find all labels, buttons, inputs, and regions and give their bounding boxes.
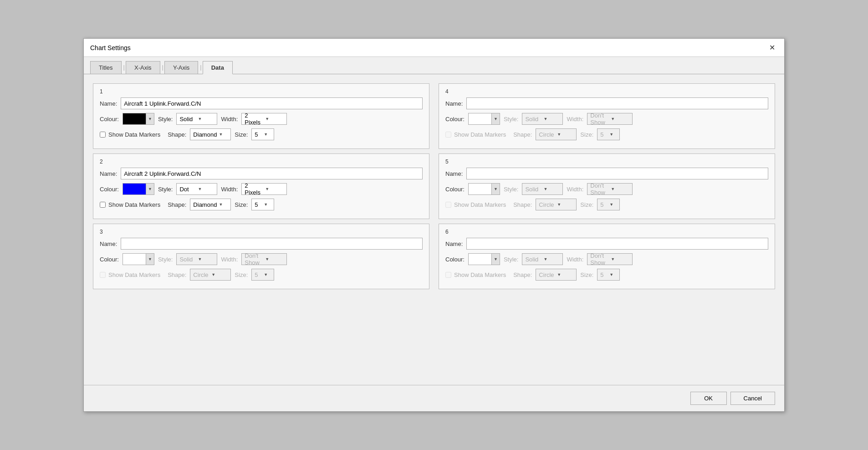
series-1-colour-label: Colour: [100,116,119,123]
series-6-colour-swatch [469,254,491,265]
series-5-style-select: Solid ▼ [522,183,563,195]
series-4-style-value: Solid [525,116,541,123]
tab-sep-2: | [161,64,164,71]
series-1-width-select[interactable]: 2 Pixels ▼ [241,113,287,125]
series-1-size-value: 5 [255,131,262,138]
series-1-size-arrow: ▼ [264,132,271,137]
cancel-button[interactable]: Cancel [730,392,775,405]
series-4-shape-value: Circle [539,131,555,138]
right-column: 4 Name: Colour: ▼ Style: Solid [439,83,775,376]
series-2-style-arrow: ▼ [198,187,214,191]
tab-data[interactable]: Data [203,61,233,74]
series-5-name-row: Name: [445,168,768,179]
series-1-markers-row: Show Data Markers Shape: Diamond ▼ Size:… [100,128,423,140]
series-4-name-row: Name: [445,97,768,109]
series-2-style-select[interactable]: Dot ▼ [176,183,217,195]
series-2-colour-swatch [123,184,146,194]
series-2-shape-label: Shape: [168,201,186,208]
series-4-num: 4 [445,88,768,95]
series-3-style-label: Style: [158,256,173,263]
series-2-width-value: 2 Pixels [245,182,263,196]
tab-titles[interactable]: Titles [90,61,122,74]
series-1-style-select[interactable]: Solid ▼ [176,113,217,125]
series-6-colour-picker[interactable]: ▼ [468,253,500,265]
chart-settings-window: Chart Settings ✕ Titles | X-Axis | Y-Axi… [83,38,785,412]
series-3-colour-picker[interactable]: ▼ [123,253,154,265]
series-4-size-select: 5 ▼ [597,128,620,140]
series-4-colour-arrow: ▼ [491,113,500,124]
series-3-num: 3 [100,229,423,235]
series-6-style-arrow: ▼ [543,257,560,261]
series-1-style-value: Solid [179,116,196,123]
series-5-colour-arrow: ▼ [491,184,500,194]
series-2-width-arrow: ▼ [265,187,284,191]
series-5-size-select: 5 ▼ [597,199,620,210]
window-title: Chart Settings [90,44,131,51]
series-1-width-value: 2 Pixels [245,112,263,126]
series-3-name-label: Name: [100,240,117,247]
series-1-name-input[interactable] [121,97,423,109]
series-5-shape-select: Circle ▼ [536,199,577,210]
series-1-width-label: Width: [221,116,238,123]
series-6-name-row: Name: [445,238,768,250]
series-2-colour-arrow: ▼ [146,184,154,194]
series-2-colour-picker[interactable]: ▼ [123,183,154,195]
series-4-markers-check: Show Data Markers [445,131,506,138]
series-6-markers-checkbox [445,272,451,278]
series-1-style-label: Style: [158,116,173,123]
series-1-shape-select[interactable]: Diamond ▼ [190,128,231,140]
series-6-name-input[interactable] [466,238,768,250]
series-4-shape-select: Circle ▼ [536,128,577,140]
series-2-size-value: 5 [255,201,262,208]
series-4-colour-row: Colour: ▼ Style: Solid ▼ Width: Don't Sh [445,113,768,125]
series-5-markers-label: Show Data Markers [454,201,506,208]
series-3-style-value: Solid [179,256,196,263]
series-3-width-label: Width: [221,256,238,263]
series-3-style-select: Solid ▼ [176,253,217,265]
series-1-style-arrow: ▼ [198,117,214,121]
series-3-size-arrow: ▼ [264,272,271,277]
series-5-markers-row: Show Data Markers Shape: Circle ▼ Size: … [445,199,768,210]
series-2-size-select[interactable]: 5 ▼ [251,199,274,210]
series-1-num: 1 [100,88,423,95]
series-3-name-row: Name: [100,238,423,250]
series-4-shape-arrow: ▼ [557,132,573,137]
series-5-num: 5 [445,159,768,165]
series-4-width-value: Don't Show [590,112,609,126]
series-6-markers-row: Show Data Markers Shape: Circle ▼ Size: … [445,269,768,281]
series-1-size-select[interactable]: 5 ▼ [251,128,274,140]
series-4-colour-picker[interactable]: ▼ [468,113,500,125]
series-3-markers-checkbox [100,272,106,278]
series-5-name-input[interactable] [466,168,768,179]
tab-yaxis[interactable]: Y-Axis [164,61,198,74]
series-4-name-input[interactable] [466,97,768,109]
series-3-markers-check: Show Data Markers [100,271,160,278]
series-5-width-label: Width: [567,186,583,193]
series-3-width-arrow: ▼ [265,257,284,261]
series-4-width-select: Don't Show ▼ [587,113,633,125]
series-5-colour-picker[interactable]: ▼ [468,183,500,195]
series-3-name-input[interactable] [121,238,423,250]
series-6-width-label: Width: [567,256,583,263]
close-button[interactable]: ✕ [766,42,778,53]
series-4-section: 4 Name: Colour: ▼ Style: Solid [439,83,775,149]
series-1-markers-checkbox[interactable] [100,132,106,138]
series-5-style-value: Solid [525,186,541,193]
series-1-shape-arrow: ▼ [219,132,228,137]
ok-button[interactable]: OK [690,392,727,405]
series-5-size-label: Size: [580,201,593,208]
series-5-colour-label: Colour: [445,186,465,193]
series-2-shape-select[interactable]: Diamond ▼ [190,199,231,210]
series-2-shape-arrow: ▼ [219,202,228,207]
series-1-width-arrow: ▼ [265,117,284,121]
series-6-markers-check: Show Data Markers [445,271,506,278]
series-2-name-input[interactable] [121,168,423,179]
series-1-shape-label: Shape: [168,131,186,138]
series-1-colour-picker[interactable]: ▼ [123,113,154,125]
series-2-markers-checkbox[interactable] [100,202,106,208]
tab-xaxis[interactable]: X-Axis [126,61,160,74]
series-2-width-select[interactable]: 2 Pixels ▼ [241,183,287,195]
series-2-width-label: Width: [221,186,238,193]
series-6-style-value: Solid [525,256,541,263]
series-4-colour-swatch [469,113,491,124]
